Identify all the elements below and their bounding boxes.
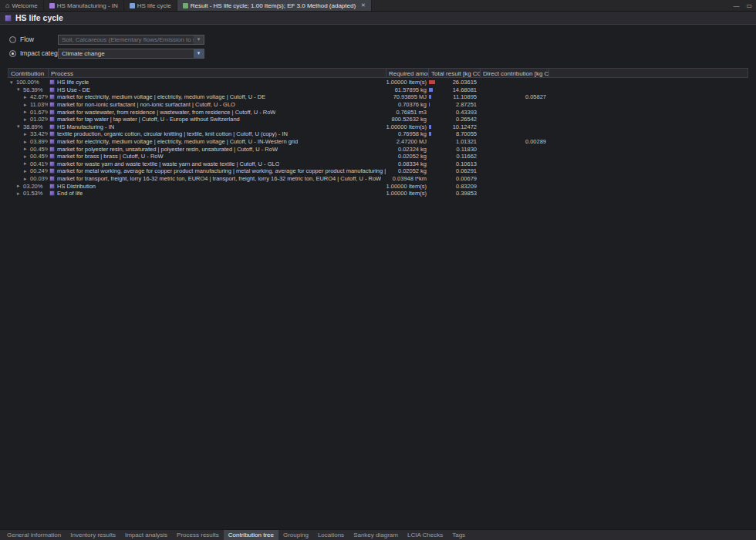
close-icon[interactable]: ✕ xyxy=(361,2,366,8)
home-icon: ⌂ xyxy=(5,3,9,8)
table-row[interactable]: ▸03.89%market for electricity, medium vo… xyxy=(8,138,748,146)
process-name: HS Use - DE xyxy=(57,86,90,93)
expand-icon[interactable]: ▸ xyxy=(24,176,30,182)
total-result-value: 0.10613 xyxy=(456,160,477,167)
result-bar xyxy=(429,103,430,106)
expand-icon[interactable]: ▸ xyxy=(24,168,30,174)
impact-category-radio[interactable] xyxy=(9,50,16,57)
process-cell: HS Manufacturing - IN xyxy=(48,123,386,130)
expand-icon[interactable]: ▸ xyxy=(24,154,30,160)
contribution-value: 38.89% xyxy=(23,123,42,130)
editor-tab-hs-life-cycle[interactable]: HS life cycle xyxy=(124,0,177,11)
contribution-value: 03.89% xyxy=(30,138,48,145)
bottom-tab-contribution-tree[interactable]: Contribution tree xyxy=(224,530,278,540)
bottom-tab-tags[interactable]: Tags xyxy=(447,530,470,540)
selector-controls: Flow Soil, Calcareous (Elementary flows/… xyxy=(9,34,204,62)
total-result-value: 0.11830 xyxy=(456,146,477,153)
column-header-total-result-kg-co2-eq[interactable]: Total result [kg CO2 eq.] xyxy=(429,69,481,77)
contribution-value: 00.45% xyxy=(30,153,48,160)
expand-icon[interactable]: ▸ xyxy=(24,160,30,167)
total-result-value: 0.43393 xyxy=(456,109,477,116)
table-row[interactable]: ▸00.41%market for waste yarn and waste t… xyxy=(8,160,748,168)
process-icon xyxy=(49,116,55,122)
editor-tab-hs-manufacturing-in[interactable]: HS Manufacturing - IN xyxy=(44,0,124,11)
column-header-direct-contribution-kg-co2-eq[interactable]: Direct contribution [kg CO2 eq.] xyxy=(481,69,549,77)
process-name: textile production, organic cotton, circ… xyxy=(57,130,288,137)
total-result-cell: 0.11662 xyxy=(428,153,480,160)
bottom-tab-grouping[interactable]: Grouping xyxy=(278,530,313,540)
process-cell: market for brass | brass | Cutoff, U - R… xyxy=(48,153,386,160)
contribution-cell: ▾38.89% xyxy=(8,123,48,130)
table-row[interactable]: ▸00.24%market for metal working, average… xyxy=(8,167,748,175)
total-result-value: 1.01321 xyxy=(456,138,477,145)
expand-icon[interactable]: ▸ xyxy=(24,102,30,108)
collapse-icon[interactable]: ▾ xyxy=(17,123,23,130)
contribution-value: 01.67% xyxy=(30,109,48,116)
process-icon xyxy=(49,131,55,137)
table-row[interactable]: ▸01.53%End of life1.00000 Item(s)0.39853 xyxy=(8,190,748,197)
bottom-tab-general-information[interactable]: General information xyxy=(2,530,66,540)
flow-combo[interactable]: Soil, Calcareous (Elementary flows/Emiss… xyxy=(58,35,204,45)
table-row[interactable]: ▸03.20%HS Distribution1.00000 Item(s)0.8… xyxy=(8,182,748,190)
table-row[interactable]: ▸01.67%market for wastewater, from resid… xyxy=(8,108,748,116)
impact-category-combo[interactable]: Climate change ▾ xyxy=(58,49,204,59)
expand-icon[interactable]: ▸ xyxy=(24,146,30,152)
table-row[interactable]: ▸33.42%textile production, organic cotto… xyxy=(8,130,748,138)
process-cell: market for metal working, average for co… xyxy=(48,167,386,174)
total-result-cell: 0.83209 xyxy=(428,183,480,190)
contribution-cell: ▸00.24% xyxy=(8,167,48,174)
contribution-tree-view: Flow Soil, Calcareous (Elementary flows/… xyxy=(0,25,756,529)
contribution-cell: ▸01.02% xyxy=(8,116,48,123)
table-row[interactable]: ▸00.45%market for brass | brass | Cutoff… xyxy=(8,153,748,160)
bottom-tab-sankey-diagram[interactable]: Sankey diagram xyxy=(349,530,403,540)
bottom-tab-locations[interactable]: Locations xyxy=(313,530,349,540)
collapse-icon[interactable]: ▾ xyxy=(10,79,16,86)
bottom-tab-process-results[interactable]: Process results xyxy=(172,530,224,540)
expand-icon[interactable]: ▸ xyxy=(24,109,30,115)
total-result-cell: 0.00679 xyxy=(428,175,480,182)
contribution-value: 42.67% xyxy=(30,93,48,100)
table-row[interactable]: ▸11.03%market for non-ionic surfactant |… xyxy=(8,101,748,109)
collapse-icon[interactable]: ▾ xyxy=(17,86,23,93)
table-row[interactable]: ▸00.45%market for polyester resin, unsat… xyxy=(8,145,748,153)
table-row[interactable]: ▸00.03%market for transport, freight, lo… xyxy=(8,175,748,183)
expand-icon[interactable]: ▸ xyxy=(17,183,23,189)
column-header-process[interactable]: Process xyxy=(49,69,386,77)
direct-contribution-cell: 0.05827 xyxy=(480,93,548,100)
table-row[interactable]: ▸42.67%market for electricity, medium vo… xyxy=(8,93,748,101)
table-row[interactable]: ▾100.00%HS life cycle1.00000 Item(s)26.0… xyxy=(8,79,748,86)
total-result-cell: 8.70055 xyxy=(428,130,480,137)
required-amount-cell: 2.47200 MJ xyxy=(386,138,428,145)
total-result-cell: 0.43393 xyxy=(428,109,480,116)
column-header-contribution[interactable]: Contribution xyxy=(8,69,49,77)
result-bar xyxy=(429,95,431,99)
required-amount-cell: 0.02324 kg xyxy=(386,146,428,153)
bottom-tab-inventory-results[interactable]: Inventory results xyxy=(66,530,120,540)
expand-icon[interactable]: ▸ xyxy=(24,116,30,123)
column-header-required-amount[interactable]: Required amount xyxy=(386,69,429,77)
application-window: ⌂WelcomeHS Manufacturing - INHS life cyc… xyxy=(0,0,756,540)
total-result-value: 10.12472 xyxy=(453,123,477,130)
expand-icon[interactable]: ▸ xyxy=(17,191,23,197)
process-icon xyxy=(49,176,55,181)
table-row[interactable]: ▸01.02%market for tap water | tap water … xyxy=(8,116,748,123)
table-row[interactable]: ▾38.89%HS Manufacturing - IN1.00000 Item… xyxy=(8,123,748,131)
table-row[interactable]: ▾56.39%HS Use - DE61.57895 kg14.68081 xyxy=(8,86,748,94)
contribution-cell: ▸00.03% xyxy=(8,175,48,182)
minimize-icon[interactable]: — xyxy=(733,2,739,9)
editor-tab-label: Welcome xyxy=(12,2,37,9)
expand-icon[interactable]: ▸ xyxy=(24,139,30,145)
editor-tab-welcome[interactable]: ⌂Welcome xyxy=(0,0,44,11)
editor-tab-result-hs-life-cycle-1-00-item-s-ef-3-0-method-adapted[interactable]: Result - HS life cycle; 1.00 Item(s); EF… xyxy=(177,0,372,11)
maximize-icon[interactable]: ▭ xyxy=(746,2,752,9)
process-cell: market for tap water | tap water | Cutof… xyxy=(48,116,386,123)
total-result-value: 11.10895 xyxy=(453,93,477,100)
bottom-tab-impact-analysis[interactable]: Impact analysis xyxy=(120,530,172,540)
expand-icon[interactable]: ▸ xyxy=(24,94,30,100)
expand-icon[interactable]: ▸ xyxy=(24,131,30,137)
process-cell: HS Use - DE xyxy=(48,86,386,93)
bottom-tab-lcia-checks[interactable]: LCIA Checks xyxy=(403,530,447,540)
total-result-value: 0.06291 xyxy=(456,167,477,174)
process-name: HS Distribution xyxy=(57,183,96,190)
flow-radio[interactable] xyxy=(9,36,16,43)
